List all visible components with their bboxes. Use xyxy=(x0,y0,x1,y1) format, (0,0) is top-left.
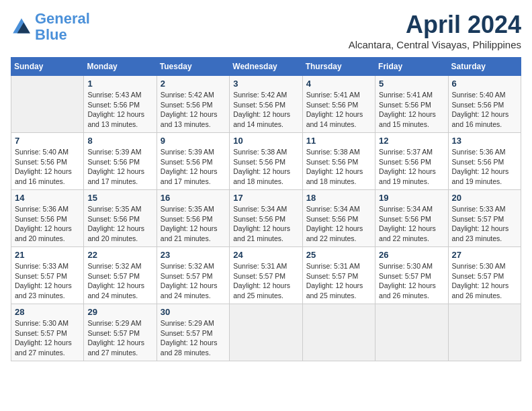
day-info: Sunrise: 5:34 AM Sunset: 5:56 PM Dayligh… xyxy=(379,204,444,244)
calendar-cell xyxy=(11,76,84,133)
day-number: 23 xyxy=(161,250,226,260)
day-info: Sunrise: 5:29 AM Sunset: 5:57 PM Dayligh… xyxy=(161,318,226,358)
day-number: 28 xyxy=(15,307,80,317)
location: Alcantara, Central Visayas, Philippines xyxy=(349,39,521,50)
logo: General Blue xyxy=(11,11,90,43)
day-info: Sunrise: 5:31 AM Sunset: 5:57 PM Dayligh… xyxy=(233,261,298,301)
weekday-header: Monday xyxy=(84,58,157,76)
calendar-cell: 8Sunrise: 5:39 AM Sunset: 5:56 PM Daylig… xyxy=(84,133,157,190)
calendar-cell xyxy=(302,304,375,361)
weekday-header: Tuesday xyxy=(157,58,229,76)
calendar-cell: 19Sunrise: 5:34 AM Sunset: 5:56 PM Dayli… xyxy=(375,190,448,247)
calendar-cell: 26Sunrise: 5:30 AM Sunset: 5:57 PM Dayli… xyxy=(375,247,448,304)
day-number: 6 xyxy=(452,79,517,89)
day-info: Sunrise: 5:38 AM Sunset: 5:56 PM Dayligh… xyxy=(233,147,298,187)
calendar-cell xyxy=(375,304,448,361)
day-info: Sunrise: 5:42 AM Sunset: 5:56 PM Dayligh… xyxy=(161,90,226,130)
day-number: 16 xyxy=(161,193,226,203)
day-info: Sunrise: 5:39 AM Sunset: 5:56 PM Dayligh… xyxy=(87,147,152,187)
calendar-cell: 4Sunrise: 5:41 AM Sunset: 5:56 PM Daylig… xyxy=(302,76,375,133)
calendar-cell: 30Sunrise: 5:29 AM Sunset: 5:57 PM Dayli… xyxy=(157,304,229,361)
calendar-week-row: 28Sunrise: 5:30 AM Sunset: 5:57 PM Dayli… xyxy=(11,304,521,361)
weekday-header: Friday xyxy=(375,58,448,76)
day-info: Sunrise: 5:35 AM Sunset: 5:56 PM Dayligh… xyxy=(87,204,152,244)
day-number: 10 xyxy=(233,136,298,146)
calendar-cell: 20Sunrise: 5:33 AM Sunset: 5:57 PM Dayli… xyxy=(448,190,521,247)
day-number: 18 xyxy=(306,193,371,203)
calendar-week-row: 7Sunrise: 5:40 AM Sunset: 5:56 PM Daylig… xyxy=(11,133,521,190)
calendar-cell: 12Sunrise: 5:37 AM Sunset: 5:56 PM Dayli… xyxy=(375,133,448,190)
calendar-cell: 1Sunrise: 5:43 AM Sunset: 5:56 PM Daylig… xyxy=(84,76,157,133)
calendar-cell: 27Sunrise: 5:30 AM Sunset: 5:57 PM Dayli… xyxy=(448,247,521,304)
day-number: 26 xyxy=(379,250,444,260)
day-number: 15 xyxy=(87,193,152,203)
day-number: 22 xyxy=(87,250,152,260)
day-info: Sunrise: 5:34 AM Sunset: 5:56 PM Dayligh… xyxy=(306,204,371,244)
logo-icon xyxy=(11,16,32,38)
day-info: Sunrise: 5:33 AM Sunset: 5:57 PM Dayligh… xyxy=(15,261,80,301)
calendar-cell: 25Sunrise: 5:31 AM Sunset: 5:57 PM Dayli… xyxy=(302,247,375,304)
day-info: Sunrise: 5:32 AM Sunset: 5:57 PM Dayligh… xyxy=(87,261,152,301)
day-number: 3 xyxy=(233,79,298,89)
calendar-cell: 22Sunrise: 5:32 AM Sunset: 5:57 PM Dayli… xyxy=(84,247,157,304)
calendar-cell xyxy=(230,304,302,361)
day-number: 12 xyxy=(379,136,444,146)
day-info: Sunrise: 5:29 AM Sunset: 5:57 PM Dayligh… xyxy=(87,318,152,358)
day-info: Sunrise: 5:36 AM Sunset: 5:56 PM Dayligh… xyxy=(452,147,517,187)
calendar-week-row: 1Sunrise: 5:43 AM Sunset: 5:56 PM Daylig… xyxy=(11,76,521,133)
calendar-cell: 17Sunrise: 5:34 AM Sunset: 5:56 PM Dayli… xyxy=(230,190,302,247)
calendar-cell: 29Sunrise: 5:29 AM Sunset: 5:57 PM Dayli… xyxy=(84,304,157,361)
day-info: Sunrise: 5:41 AM Sunset: 5:56 PM Dayligh… xyxy=(379,90,444,130)
calendar-cell: 10Sunrise: 5:38 AM Sunset: 5:56 PM Dayli… xyxy=(230,133,302,190)
month-title: April 2024 xyxy=(349,11,521,39)
day-number: 1 xyxy=(87,79,152,89)
calendar-cell: 13Sunrise: 5:36 AM Sunset: 5:56 PM Dayli… xyxy=(448,133,521,190)
weekday-header: Wednesday xyxy=(230,58,302,76)
calendar-week-row: 14Sunrise: 5:36 AM Sunset: 5:56 PM Dayli… xyxy=(11,190,521,247)
day-info: Sunrise: 5:30 AM Sunset: 5:57 PM Dayligh… xyxy=(379,261,444,301)
day-number: 4 xyxy=(306,79,371,89)
day-number: 8 xyxy=(87,136,152,146)
day-number: 9 xyxy=(161,136,226,146)
day-info: Sunrise: 5:38 AM Sunset: 5:56 PM Dayligh… xyxy=(306,147,371,187)
calendar-cell: 21Sunrise: 5:33 AM Sunset: 5:57 PM Dayli… xyxy=(11,247,84,304)
day-info: Sunrise: 5:42 AM Sunset: 5:56 PM Dayligh… xyxy=(233,90,298,130)
calendar-cell: 23Sunrise: 5:32 AM Sunset: 5:57 PM Dayli… xyxy=(157,247,229,304)
day-number: 30 xyxy=(161,307,226,317)
day-number: 27 xyxy=(452,250,517,260)
logo-text: General Blue xyxy=(35,11,90,43)
day-number: 24 xyxy=(233,250,298,260)
day-number: 25 xyxy=(306,250,371,260)
day-number: 17 xyxy=(233,193,298,203)
day-number: 29 xyxy=(87,307,152,317)
calendar-cell: 14Sunrise: 5:36 AM Sunset: 5:56 PM Dayli… xyxy=(11,190,84,247)
calendar-cell: 2Sunrise: 5:42 AM Sunset: 5:56 PM Daylig… xyxy=(157,76,229,133)
calendar-cell: 11Sunrise: 5:38 AM Sunset: 5:56 PM Dayli… xyxy=(302,133,375,190)
calendar-cell: 28Sunrise: 5:30 AM Sunset: 5:57 PM Dayli… xyxy=(11,304,84,361)
day-info: Sunrise: 5:40 AM Sunset: 5:56 PM Dayligh… xyxy=(452,90,517,130)
day-info: Sunrise: 5:36 AM Sunset: 5:56 PM Dayligh… xyxy=(15,204,80,244)
day-info: Sunrise: 5:40 AM Sunset: 5:56 PM Dayligh… xyxy=(15,147,80,187)
calendar-cell: 16Sunrise: 5:35 AM Sunset: 5:56 PM Dayli… xyxy=(157,190,229,247)
calendar-table: SundayMondayTuesdayWednesdayThursdayFrid… xyxy=(11,57,521,361)
calendar-cell: 6Sunrise: 5:40 AM Sunset: 5:56 PM Daylig… xyxy=(448,76,521,133)
calendar-cell: 7Sunrise: 5:40 AM Sunset: 5:56 PM Daylig… xyxy=(11,133,84,190)
weekday-header: Saturday xyxy=(448,58,521,76)
calendar-cell: 18Sunrise: 5:34 AM Sunset: 5:56 PM Dayli… xyxy=(302,190,375,247)
day-info: Sunrise: 5:34 AM Sunset: 5:56 PM Dayligh… xyxy=(233,204,298,244)
calendar-cell: 3Sunrise: 5:42 AM Sunset: 5:56 PM Daylig… xyxy=(230,76,302,133)
calendar-cell: 15Sunrise: 5:35 AM Sunset: 5:56 PM Dayli… xyxy=(84,190,157,247)
day-number: 2 xyxy=(161,79,226,89)
day-number: 21 xyxy=(15,250,80,260)
day-info: Sunrise: 5:39 AM Sunset: 5:56 PM Dayligh… xyxy=(161,147,226,187)
day-info: Sunrise: 5:33 AM Sunset: 5:57 PM Dayligh… xyxy=(452,204,517,244)
day-info: Sunrise: 5:37 AM Sunset: 5:56 PM Dayligh… xyxy=(379,147,444,187)
day-info: Sunrise: 5:41 AM Sunset: 5:56 PM Dayligh… xyxy=(306,90,371,130)
weekday-header-row: SundayMondayTuesdayWednesdayThursdayFrid… xyxy=(11,58,521,76)
calendar-cell: 5Sunrise: 5:41 AM Sunset: 5:56 PM Daylig… xyxy=(375,76,448,133)
title-block: April 2024 Alcantara, Central Visayas, P… xyxy=(349,11,521,50)
day-info: Sunrise: 5:31 AM Sunset: 5:57 PM Dayligh… xyxy=(306,261,371,301)
day-number: 19 xyxy=(379,193,444,203)
weekday-header: Sunday xyxy=(11,58,84,76)
calendar-cell xyxy=(448,304,521,361)
